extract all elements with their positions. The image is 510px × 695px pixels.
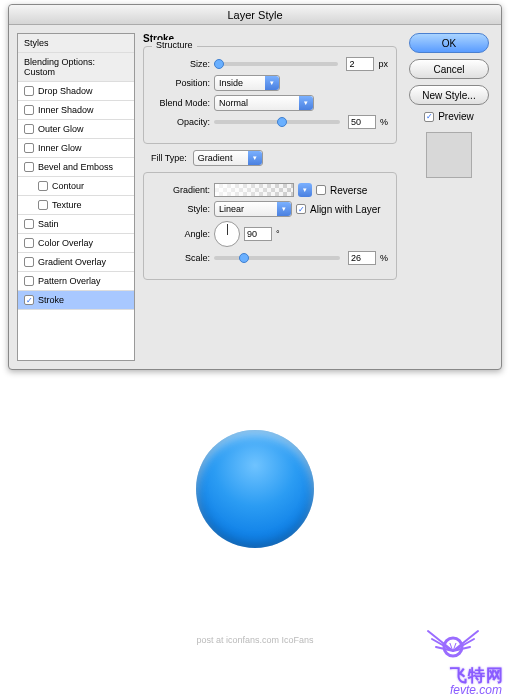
size-slider[interactable]	[214, 62, 338, 66]
logo-subtext: fevte.com	[450, 683, 502, 695]
structure-group: Structure Size: 2 px Position: Inside▾ B…	[143, 46, 397, 144]
sidebar-item-label: Inner Glow	[38, 143, 82, 153]
blend-mode-dropdown[interactable]: Normal▾	[214, 95, 314, 111]
gradient-swatch[interactable]	[214, 183, 294, 197]
align-checkbox[interactable]: ✓	[296, 204, 306, 214]
size-input[interactable]: 2	[346, 57, 374, 71]
reverse-checkbox[interactable]	[316, 185, 326, 195]
sidebar-item-pattern-overlay[interactable]: Pattern Overlay	[18, 272, 134, 291]
checkbox-icon[interactable]	[38, 181, 48, 191]
sidebar-item-label: Stroke	[38, 295, 64, 305]
new-style-button[interactable]: New Style...	[409, 85, 489, 105]
checkbox-icon[interactable]	[24, 105, 34, 115]
logo-wings-icon: V	[418, 621, 488, 661]
window-title: Layer Style	[9, 5, 501, 25]
position-label: Position:	[152, 78, 210, 88]
blend-mode-label: Blend Mode:	[152, 98, 210, 108]
sidebar-item-satin[interactable]: Satin	[18, 215, 134, 234]
scale-input[interactable]: 26	[348, 251, 376, 265]
svg-text:V: V	[449, 641, 457, 653]
checkbox-icon[interactable]: ✓	[24, 295, 34, 305]
style-label: Style:	[152, 204, 210, 214]
stroke-panel: Stroke Structure Size: 2 px Position: In…	[143, 33, 397, 361]
preview-swatch	[426, 132, 472, 178]
fill-type-label: Fill Type:	[151, 153, 187, 163]
sidebar-item-gradient-overlay[interactable]: Gradient Overlay	[18, 253, 134, 272]
position-dropdown[interactable]: Inside▾	[214, 75, 280, 91]
sidebar-item-color-overlay[interactable]: Color Overlay	[18, 234, 134, 253]
scale-slider[interactable]	[214, 256, 340, 260]
layer-style-dialog: Layer Style Styles Blending Options: Cus…	[8, 4, 502, 370]
fill-group: Gradient: ▾ Reverse Style: Linear▾ ✓ Ali…	[143, 172, 397, 280]
gradient-label: Gradient:	[152, 185, 210, 195]
sidebar-item-inner-glow[interactable]: Inner Glow	[18, 139, 134, 158]
ok-button[interactable]: OK	[409, 33, 489, 53]
align-label: Align with Layer	[310, 204, 381, 215]
structure-legend: Structure	[152, 40, 197, 50]
sidebar-item-label: Texture	[52, 200, 82, 210]
scale-label: Scale:	[152, 253, 210, 263]
checkbox-icon[interactable]	[24, 219, 34, 229]
sidebar-item-label: Color Overlay	[38, 238, 93, 248]
checkbox-icon[interactable]	[24, 86, 34, 96]
reverse-label: Reverse	[330, 185, 367, 196]
result-orb-graphic	[196, 430, 314, 548]
sidebar-item-inner-shadow[interactable]: Inner Shadow	[18, 101, 134, 120]
angle-label: Angle:	[152, 229, 210, 239]
preview-checkbox[interactable]: ✓	[424, 112, 434, 122]
style-dropdown[interactable]: Linear▾	[214, 201, 292, 217]
sidebar-styles-header[interactable]: Styles	[18, 34, 134, 53]
sidebar-item-label: Inner Shadow	[38, 105, 94, 115]
angle-dial[interactable]	[214, 221, 240, 247]
opacity-label: Opacity:	[152, 117, 210, 127]
sidebar-item-texture[interactable]: Texture	[18, 196, 134, 215]
chevron-down-icon: ▾	[265, 76, 279, 90]
checkbox-icon[interactable]	[24, 143, 34, 153]
opacity-input[interactable]: 50	[348, 115, 376, 129]
opacity-unit: %	[380, 117, 388, 127]
sidebar-item-bevel-emboss[interactable]: Bevel and Emboss	[18, 158, 134, 177]
sidebar-item-drop-shadow[interactable]: Drop Shadow	[18, 82, 134, 101]
sidebar-item-outer-glow[interactable]: Outer Glow	[18, 120, 134, 139]
sidebar-item-label: Contour	[52, 181, 84, 191]
checkbox-icon[interactable]	[24, 162, 34, 172]
sidebar-item-label: Bevel and Emboss	[38, 162, 113, 172]
size-label: Size:	[152, 59, 210, 69]
sidebar-item-label: Drop Shadow	[38, 86, 93, 96]
angle-unit: °	[276, 229, 280, 239]
styles-sidebar: Styles Blending Options: Custom Drop Sha…	[17, 33, 135, 361]
chevron-down-icon: ▾	[299, 96, 313, 110]
angle-input[interactable]: 90	[244, 227, 272, 241]
checkbox-icon[interactable]	[38, 200, 48, 210]
button-pane: OK Cancel New Style... ✓ Preview	[405, 33, 493, 361]
sidebar-item-contour[interactable]: Contour	[18, 177, 134, 196]
sidebar-item-stroke[interactable]: ✓Stroke	[18, 291, 134, 310]
scale-unit: %	[380, 253, 388, 263]
chevron-down-icon: ▾	[248, 151, 262, 165]
checkbox-icon[interactable]	[24, 276, 34, 286]
chevron-down-icon: ▾	[277, 202, 291, 216]
sidebar-item-label: Satin	[38, 219, 59, 229]
dialog-content: Styles Blending Options: Custom Drop Sha…	[9, 25, 501, 369]
sidebar-item-label: Outer Glow	[38, 124, 84, 134]
checkbox-icon[interactable]	[24, 238, 34, 248]
checkbox-icon[interactable]	[24, 124, 34, 134]
cancel-button[interactable]: Cancel	[409, 59, 489, 79]
sidebar-item-label: Pattern Overlay	[38, 276, 101, 286]
sidebar-item-label: Gradient Overlay	[38, 257, 106, 267]
size-unit: px	[378, 59, 388, 69]
checkbox-icon[interactable]	[24, 257, 34, 267]
preview-label: Preview	[438, 111, 474, 122]
opacity-slider[interactable]	[214, 120, 340, 124]
fill-type-dropdown[interactable]: Gradient▾	[193, 150, 263, 166]
sidebar-blending-options[interactable]: Blending Options: Custom	[18, 53, 134, 82]
chevron-down-icon[interactable]: ▾	[298, 183, 312, 197]
preview-toggle[interactable]: ✓ Preview	[424, 111, 474, 122]
